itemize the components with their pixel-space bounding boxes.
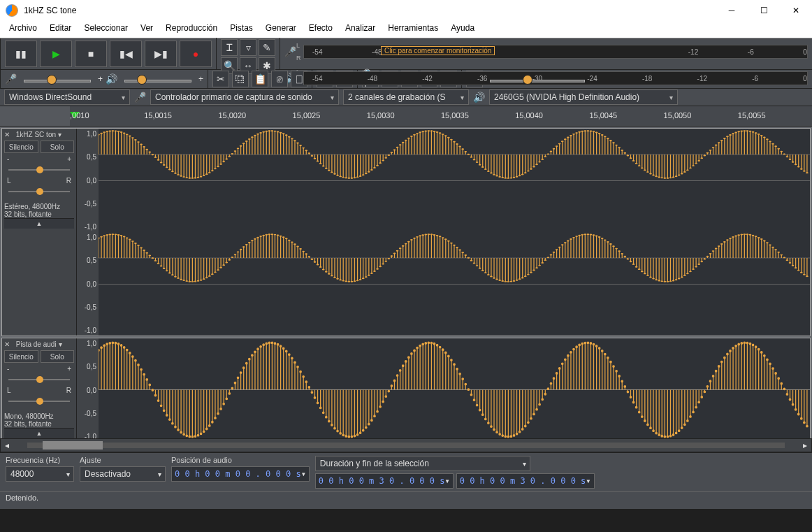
input-device-combo[interactable]: Controlador primario de captura de sonid… [150, 89, 339, 105]
app-logo-icon [6, 4, 18, 17]
solo-button[interactable]: Solo [41, 350, 75, 363]
host-combo[interactable]: Windows DirectSound▾ [4, 89, 130, 105]
recording-meter[interactable]: -54-48-42-12-60 Clic para comenzar monit… [303, 45, 808, 59]
menu-archivo[interactable]: Archivo [3, 21, 43, 38]
selection-end-field[interactable]: 0 0 h 0 0 m 3 0 . 0 0 0 s▾ [456, 473, 595, 489]
tool-select-button[interactable]: Ꮖ [221, 39, 238, 56]
svg-point-845 [584, 234, 586, 235]
scroll-right-icon[interactable]: ▸ [799, 440, 811, 450]
playback-volume-slider[interactable] [123, 73, 193, 85]
svg-point-102 [240, 145, 241, 146]
menu-generar[interactable]: Generar [259, 21, 303, 38]
menu-reproduccion[interactable]: Reproducción [159, 21, 224, 38]
svg-point-1012 [109, 343, 110, 345]
window-close-button[interactable]: ✕ [780, 0, 812, 21]
svg-point-74 [200, 176, 201, 177]
duration-mode-combo[interactable]: Duración y fin de la selección▾ [315, 456, 530, 471]
svg-point-573 [197, 280, 198, 281]
svg-point-310 [536, 164, 537, 165]
menu-seleccionar[interactable]: Seleccionar [78, 21, 134, 38]
svg-point-218 [405, 140, 407, 141]
svg-point-80 [209, 172, 210, 173]
paste-button[interactable]: 📋 [252, 71, 268, 87]
record-button[interactable]: ● [180, 41, 212, 67]
svg-point-294 [513, 177, 514, 178]
output-device-combo[interactable]: 2460G5 (NVIDIA High Definition Audio)▾ [489, 89, 678, 105]
recording-volume-slider[interactable] [22, 73, 92, 85]
play-button[interactable]: ▶ [40, 41, 72, 67]
svg-point-1214 [396, 375, 398, 377]
pause-button[interactable]: ▮▮ [5, 41, 37, 67]
svg-point-919 [690, 271, 691, 272]
waveform-view[interactable]: 1,00,50,0-0,5-1,0 [77, 338, 810, 438]
menu-ver[interactable]: Ver [134, 21, 159, 38]
trim-button[interactable]: ⎚ [271, 71, 288, 87]
svg-point-603 [240, 249, 241, 250]
tool-envelope-button[interactable]: ▿ [240, 39, 256, 56]
svg-point-118 [263, 131, 264, 132]
track-menu-button[interactable]: ▾ [58, 131, 61, 138]
track-collapse-button[interactable]: ▲ [4, 218, 74, 229]
gain-slider[interactable] [8, 166, 70, 174]
svg-point-1418 [687, 420, 688, 422]
svg-point-571 [194, 281, 196, 282]
tool-draw-button[interactable]: ✎ [259, 39, 275, 56]
svg-point-374 [627, 155, 628, 156]
snap-combo[interactable]: Desactivado▾ [80, 466, 166, 482]
track-menu-button[interactable]: ▾ [59, 340, 62, 348]
pan-slider[interactable] [8, 187, 70, 196]
play-speed-slider[interactable] [488, 73, 586, 85]
menu-efecto[interactable]: Efecto [303, 21, 339, 38]
svg-point-1306 [528, 422, 529, 424]
window-minimize-button[interactable]: ─ [716, 0, 748, 21]
svg-point-753 [454, 245, 455, 245]
window-maximize-button[interactable]: ☐ [748, 0, 780, 21]
svg-point-539 [149, 255, 150, 256]
svg-point-444 [727, 136, 728, 137]
timeline-ruler[interactable]: ,001015,001515,002015,002515,003015,0035… [0, 106, 812, 127]
waveform-view[interactable]: 1,00,50,0-0,5-1,01,00,50,0-0,5-1,0 [77, 129, 810, 336]
audio-position-field[interactable]: 0 0 h 0 0 m 0 0 . 0 0 0 s▾ [171, 466, 310, 482]
svg-point-450 [735, 132, 737, 133]
svg-point-496 [801, 168, 802, 169]
svg-point-1260 [462, 378, 463, 380]
svg-point-94 [229, 156, 230, 157]
svg-point-1162 [322, 412, 324, 414]
cut-button[interactable]: ✂ [212, 71, 229, 87]
svg-point-302 [525, 173, 526, 173]
gain-slider[interactable] [8, 375, 70, 384]
scroll-left-icon[interactable]: ◂ [1, 440, 13, 450]
solo-button[interactable]: Solo [41, 141, 75, 153]
svg-point-1370 [618, 375, 620, 378]
close-icon[interactable]: ✕ [4, 131, 10, 138]
menu-pistas[interactable]: Pistas [224, 21, 259, 38]
skip-end-button[interactable]: ▶▮ [145, 41, 177, 67]
freq-label: Frecuencia (Hz) [6, 456, 74, 464]
svg-point-1174 [340, 433, 341, 435]
pan-slider[interactable] [8, 397, 70, 405]
mute-button[interactable]: Silencio [4, 350, 38, 363]
scrollbar-thumb[interactable] [43, 441, 103, 450]
chevron-down-icon: ▾ [66, 470, 70, 478]
copy-button[interactable]: ⿻ [232, 71, 249, 87]
close-icon[interactable]: ✕ [4, 340, 10, 348]
skip-start-button[interactable]: ▮◀ [110, 41, 142, 67]
menu-herramientas[interactable]: Herramientas [382, 21, 444, 38]
stop-button[interactable]: ■ [75, 41, 107, 67]
menu-ayuda[interactable]: Ayuda [444, 21, 481, 38]
svg-point-829 [562, 245, 563, 245]
menu-analizar[interactable]: Analizar [339, 21, 382, 38]
svg-point-286 [502, 177, 503, 178]
svg-point-368 [618, 148, 620, 148]
svg-point-142 [297, 143, 298, 143]
svg-point-1458 [744, 342, 745, 344]
svg-point-272 [481, 166, 483, 167]
menu-editar[interactable]: Editar [43, 21, 78, 38]
mute-button[interactable]: Silencio [4, 141, 38, 153]
svg-point-212 [396, 147, 398, 148]
input-channels-combo[interactable]: 2 canales de grabación (S▾ [343, 89, 469, 105]
selection-start-field[interactable]: 0 0 h 0 0 m 3 0 . 0 0 0 s▾ [315, 473, 454, 489]
track-collapse-button[interactable]: ▲ [4, 428, 74, 438]
freq-combo[interactable]: 48000▾ [6, 466, 74, 482]
horizontal-scrollbar[interactable]: ◂ ▸ [0, 438, 812, 452]
